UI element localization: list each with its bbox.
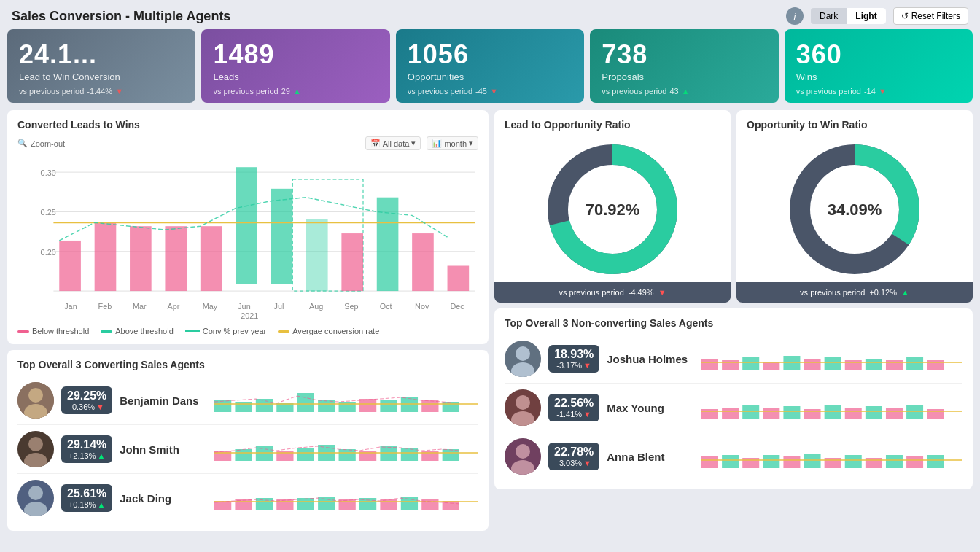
svg-text:Oct: Oct	[380, 302, 392, 311]
agent-row-john: 29.14% +2.13% ▲ John Smith	[18, 425, 478, 474]
agent-change-anna: -3.03% ▼	[554, 459, 594, 467]
legend-below-label: Below threshold	[32, 327, 89, 335]
sparkline-jack	[214, 483, 478, 513]
theme-toggle: Dark Light	[811, 8, 886, 24]
svg-rect-125	[742, 458, 759, 468]
agent-name-benjamin: Benjamin Dans	[120, 394, 207, 407]
main-grid: Converted Leads to Wins 🔍 Zoom-out 📅 All…	[0, 110, 980, 537]
calendar-icon: 📅	[370, 139, 381, 148]
chevron-down-icon: ▾	[411, 139, 416, 148]
kpi-leads: 1489 Leads vs previous period 29 ▲	[201, 29, 389, 103]
light-mode-button[interactable]: Light	[847, 8, 885, 24]
all-data-filter[interactable]: 📅 All data ▾	[365, 136, 421, 150]
agent-change-benjamin: -0.36% ▼	[67, 403, 106, 411]
svg-point-67	[28, 486, 43, 500]
opp-win-panel: Opportunity to Win Ratio 34.09% vs previ…	[736, 110, 973, 303]
svg-point-51	[28, 437, 43, 451]
info-button[interactable]: i	[786, 7, 804, 25]
svg-rect-124	[722, 455, 739, 468]
agent-pct-jack: 25.61%	[67, 487, 106, 500]
top-converting-panel: Top Overall 3 Converting Sales Agents 29…	[7, 350, 489, 531]
svg-rect-98	[845, 360, 862, 370]
svg-rect-102	[927, 360, 944, 370]
legend-avg-rate: Avergae conversion rate	[278, 327, 379, 335]
stat-box-max: 22.56% -1.41% ▼	[548, 394, 599, 421]
svg-rect-113	[825, 405, 841, 419]
svg-rect-10	[165, 226, 187, 291]
svg-text:Mar: Mar	[133, 302, 147, 311]
svg-rect-18	[412, 233, 434, 291]
svg-text:34.09%: 34.09%	[828, 201, 882, 219]
svg-rect-15	[306, 219, 328, 291]
header-controls: i Dark Light ↺ Reset Filters	[786, 7, 968, 25]
svg-rect-71	[256, 498, 273, 510]
svg-rect-56	[277, 451, 294, 461]
svg-rect-93	[742, 357, 759, 370]
svg-rect-43	[339, 402, 356, 412]
avatar-anna	[505, 438, 541, 475]
svg-rect-97	[825, 357, 841, 370]
kpi-prop-value: 738	[602, 39, 766, 70]
svg-text:70.92%: 70.92%	[586, 201, 640, 219]
legend-pink-dot	[18, 330, 29, 333]
svg-rect-91	[701, 359, 718, 370]
agent-name-joshua: Joshua Holmes	[607, 353, 694, 365]
reset-filters-button[interactable]: ↺ Reset Filters	[893, 7, 968, 25]
agent-change-john: +2.13% ▲	[67, 451, 106, 460]
svg-rect-111	[784, 406, 801, 419]
svg-point-89	[516, 346, 530, 361]
chart-legend: Below threshold Above threshold Conv % p…	[18, 327, 478, 335]
svg-rect-132	[886, 455, 903, 468]
svg-rect-95	[784, 356, 801, 370]
opp-win-footer: vs previous period +0.12% ▲	[736, 282, 973, 303]
kpi-leads-value: 1489	[213, 39, 378, 70]
zoom-out-button[interactable]: 🔍 Zoom-out	[18, 139, 65, 148]
legend-avg-label: Avergae conversion rate	[292, 327, 379, 335]
chevron-down-icon2: ▾	[469, 139, 473, 148]
svg-rect-7	[59, 241, 81, 291]
agent-name-john: John Smith	[120, 443, 207, 456]
svg-rect-77	[381, 499, 397, 510]
svg-point-105	[516, 395, 530, 410]
svg-text:0.25: 0.25	[41, 208, 56, 217]
kpi-opportunities: 1056 Opportunities vs previous period -4…	[396, 29, 584, 103]
agent-name-jack: Jack Ding	[120, 492, 207, 505]
svg-rect-107	[701, 409, 718, 419]
kpi-lead-win: 24.1... Lead to Win Conversion vs previo…	[7, 29, 195, 103]
svg-text:0.20: 0.20	[41, 248, 56, 257]
svg-rect-19	[448, 266, 470, 292]
svg-rect-39	[256, 399, 273, 412]
stat-box-jack: 25.61% +0.18% ▲	[61, 484, 112, 512]
svg-rect-114	[845, 408, 862, 419]
svg-rect-100	[886, 360, 903, 370]
svg-rect-99	[866, 359, 882, 370]
kpi-opp-vs: vs previous period -45 ▼	[408, 87, 572, 96]
agent-pct-joshua: 18.93%	[554, 348, 594, 361]
kpi-prop-label: Proposals	[602, 71, 766, 82]
dark-mode-button[interactable]: Dark	[811, 8, 847, 24]
chart-filters: 📅 All data ▾ 📊 month ▾	[365, 136, 478, 150]
agent-name-anna: Anna Blent	[607, 451, 694, 463]
kpi-lead-win-label: Lead to Win Conversion	[19, 71, 184, 82]
kpi-wins-label: Wins	[796, 71, 961, 82]
svg-rect-9	[130, 226, 152, 291]
svg-rect-127	[784, 456, 801, 468]
kpi-prop-vs: vs previous period 43 ▲	[602, 87, 766, 96]
agent-name-max: Max Young	[607, 402, 694, 414]
svg-rect-41	[298, 393, 314, 412]
kpi-leads-vs: vs previous period 29 ▲	[213, 87, 378, 96]
kpi-lead-win-vs: vs previous period -1.44% ▼	[19, 87, 184, 96]
chart-controls: 🔍 Zoom-out 📅 All data ▾ 📊 month ▾	[18, 136, 478, 150]
month-filter[interactable]: 📊 month ▾	[427, 136, 478, 150]
kpi-wins: 360 Wins vs previous period -14 ▼	[785, 29, 973, 103]
agent-pct-benjamin: 29.25%	[67, 389, 106, 403]
svg-rect-63	[421, 451, 438, 461]
kpi-opp-arrow: ▼	[490, 87, 498, 96]
header: Sales Conversion - Multiple Agents i Dar…	[0, 0, 980, 29]
svg-rect-123	[701, 456, 718, 468]
legend-teal-dot	[101, 330, 112, 333]
svg-rect-64	[443, 449, 459, 461]
bar-chart-icon: 📊	[432, 139, 442, 148]
svg-rect-8	[95, 222, 117, 291]
sparkline-max	[701, 393, 962, 422]
